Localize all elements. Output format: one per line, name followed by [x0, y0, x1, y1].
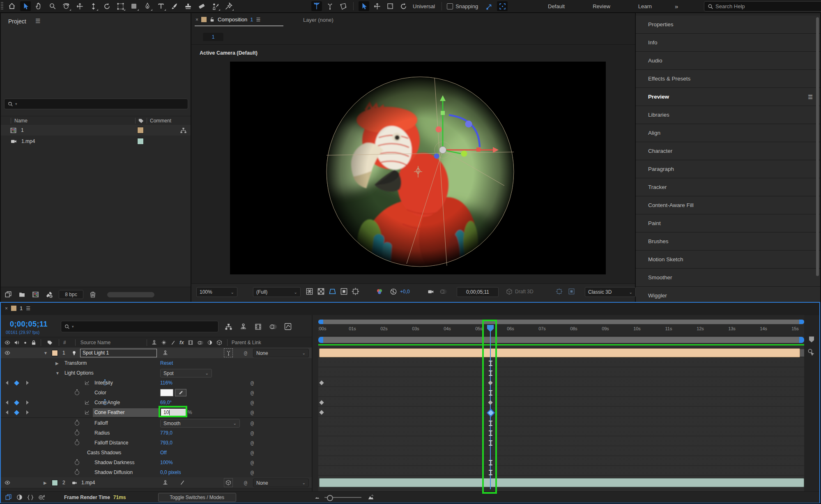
property-row-radius[interactable]: Radius 779,0 @ — [1, 428, 312, 438]
orbit-camera-tool-icon[interactable] — [61, 1, 71, 11]
sidebar-item-wiggler[interactable]: Wiggler — [636, 287, 820, 305]
property-row-cone-feather[interactable]: Cone Feather 10 % @ — [1, 407, 312, 418]
view-axis-mode-icon[interactable] — [338, 1, 348, 11]
layer-color-swatch[interactable] — [52, 350, 58, 356]
render-time-snail-icon[interactable] — [38, 494, 45, 501]
shadow-diffusion-value[interactable]: 0,0 pixels — [160, 469, 181, 475]
hide-shy-layers-icon[interactable] — [239, 323, 247, 331]
prev-keyframe-icon[interactable] — [6, 400, 8, 405]
project-item-row[interactable]: 1 — [1, 125, 191, 136]
brush-tool-icon[interactable] — [169, 1, 180, 11]
exposure-icon[interactable] — [390, 288, 397, 295]
local-axis-mode-icon[interactable] — [311, 1, 322, 11]
sidebar-item-motion-sketch[interactable]: Motion Sketch — [636, 251, 820, 269]
zoom-out-mountain-icon[interactable] — [314, 495, 320, 500]
zoom-tool-icon[interactable] — [47, 1, 58, 11]
sidebar-item-info[interactable]: Info — [636, 34, 820, 52]
property-row-transform[interactable]: ▶ Transform Reset — [1, 358, 312, 368]
mask-visibility-icon[interactable] — [340, 288, 348, 295]
sidebar-item-paragraph[interactable]: Paragraph — [636, 160, 820, 178]
search-help-box[interactable]: Search Help — [704, 1, 821, 12]
split-view-icon[interactable] — [555, 288, 563, 295]
home-icon[interactable] — [7, 1, 17, 11]
cone-angle-value[interactable]: 69,0° — [160, 400, 172, 405]
new-composition-icon[interactable] — [32, 291, 39, 298]
view-layout-icon[interactable] — [568, 288, 575, 295]
parent-pickwhip-icon[interactable]: @ — [244, 480, 247, 486]
graph-toggle-icon[interactable] — [84, 400, 90, 405]
keyframe-toggle-icon[interactable] — [14, 410, 19, 415]
sidebar-item-paint[interactable]: Paint — [636, 214, 820, 232]
property-row-shadow-darkness[interactable]: Shadow Darkness 100% @ — [1, 458, 312, 468]
property-row-light-options[interactable]: ▼ Light Options Spot⌄ — [1, 368, 312, 378]
project-item-row[interactable]: 1.mp4 — [1, 136, 191, 147]
property-row-cone-angle[interactable]: Cone Angle 69,0° @ — [1, 398, 312, 408]
column-hash[interactable]: # — [63, 340, 66, 345]
stopwatch-icon[interactable] — [75, 460, 79, 465]
keyframe-toggle-icon[interactable] — [14, 380, 19, 386]
property-pickwhip-icon[interactable]: @ — [251, 460, 254, 466]
layer-visibility-eye-icon[interactable] — [4, 350, 11, 356]
property-row-intensity[interactable]: Intensity 116% @ — [1, 378, 312, 388]
layer2-duration-bar[interactable] — [319, 478, 804, 487]
falloff-distance-value[interactable]: 793,0 — [160, 440, 172, 446]
panel-menu-icon[interactable]: ☰ — [808, 94, 813, 100]
collapse-chevron-icon[interactable]: ▶ — [44, 481, 47, 485]
rotate-tool-icon[interactable] — [101, 1, 112, 11]
project-panel-title[interactable]: Project — [8, 18, 26, 25]
new-folder-icon[interactable] — [18, 291, 26, 298]
shy-layer-icon[interactable] — [162, 350, 168, 356]
next-keyframe-icon[interactable] — [26, 381, 29, 385]
layer-name[interactable]: 1.mp4 — [81, 480, 95, 486]
grid-options-icon[interactable] — [306, 288, 313, 295]
resolution-dropdown[interactable]: (Full)⌄ — [253, 287, 301, 297]
stopwatch-icon[interactable] — [75, 391, 79, 395]
project-panel-menu-icon[interactable]: ☰ — [35, 18, 41, 24]
selection-tool-icon[interactable] — [20, 1, 31, 11]
stopwatch-icon[interactable] — [75, 470, 79, 475]
zoom-slider-thumb[interactable] — [327, 495, 333, 501]
sidebar-item-libraries[interactable]: Libraries — [636, 106, 820, 124]
expand-in-out-icon[interactable] — [27, 494, 34, 501]
close-icon[interactable]: × — [195, 17, 198, 23]
timeline-tab[interactable]: × 1 ☰ — [5, 305, 30, 311]
3d-layer-switch-icon[interactable] — [216, 340, 222, 345]
property-pickwhip-icon[interactable]: @ — [251, 410, 254, 416]
position-gizmo-icon[interactable] — [372, 1, 382, 11]
label-column-tag-icon[interactable] — [138, 118, 144, 124]
show-snapshot-icon[interactable] — [439, 288, 447, 295]
quality-switch-icon[interactable] — [170, 340, 176, 345]
layer1-bar-end-nub[interactable] — [800, 349, 804, 357]
project-search-input[interactable]: ▾ — [4, 99, 188, 109]
pen-tool-icon[interactable] — [142, 1, 153, 11]
cone-feather-value-input[interactable]: 10 — [161, 409, 187, 417]
collapse-switch-icon[interactable] — [161, 340, 167, 345]
sidebar-item-content-aware-fill[interactable]: Content-Aware Fill — [636, 196, 820, 214]
lock-column-icon[interactable] — [31, 340, 37, 345]
stopwatch-icon[interactable] — [75, 431, 79, 435]
graph-toggle-icon[interactable] — [84, 410, 90, 415]
layer-row-spot-light[interactable]: ▼ 1 Spot Light 1 @ None⌄ — [1, 348, 312, 359]
light-type-dropdown[interactable]: Spot⌄ — [160, 369, 212, 377]
expand-chevron-icon[interactable]: ▼ — [55, 371, 60, 375]
comp-mini-flowchart-icon[interactable] — [225, 323, 232, 331]
delete-icon[interactable] — [89, 291, 97, 298]
snapping-checkbox[interactable] — [447, 3, 453, 9]
stopwatch-icon[interactable] — [75, 421, 79, 426]
snap-guides-icon[interactable] — [484, 1, 494, 11]
puppet-pin-tool-icon[interactable] — [223, 1, 234, 11]
parent-link-dropdown[interactable]: None⌄ — [253, 349, 309, 357]
sidebar-item-tracker[interactable]: Tracker — [636, 178, 820, 196]
composition-tab[interactable]: × Composition 1 ☰ — [195, 16, 260, 23]
audio-column-speaker-icon[interactable] — [14, 340, 20, 345]
property-pickwhip-icon[interactable]: @ — [251, 390, 254, 396]
timeline-search-input[interactable]: ▾ — [61, 321, 218, 332]
shape-tool-icon[interactable] — [129, 1, 139, 11]
work-area-end-handle[interactable] — [799, 337, 804, 343]
comp-marker-bin-icon[interactable] — [807, 336, 816, 343]
magnification-dropdown[interactable]: 100%⌄ — [196, 287, 237, 297]
parent-link-dropdown[interactable]: None⌄ — [253, 479, 309, 487]
fx-switch-icon[interactable]: fx — [179, 340, 184, 345]
keyframe-toggle-icon[interactable] — [14, 400, 19, 405]
expand-chevron-icon[interactable]: ▼ — [44, 351, 48, 355]
